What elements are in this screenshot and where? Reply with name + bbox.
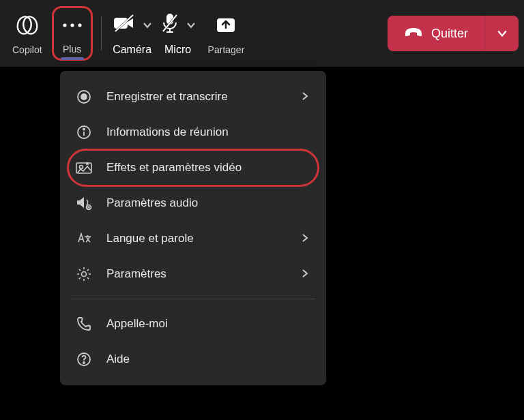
menu-call-me[interactable]: Appelle-moi [60, 306, 326, 342]
menu-call-me-label: Appelle-moi [106, 317, 311, 331]
copilot-label: Copilot [12, 44, 42, 55]
chevron-right-icon [300, 233, 311, 244]
share-button[interactable]: Partager [201, 6, 252, 61]
ellipsis-icon [61, 12, 84, 38]
micro-label: Micro [164, 44, 191, 56]
menu-settings[interactable]: Paramètres [60, 256, 326, 292]
language-icon [75, 230, 93, 247]
chevron-right-icon [300, 269, 311, 280]
svg-point-20 [80, 166, 83, 169]
menu-settings-label: Paramètres [106, 267, 287, 281]
leave-button[interactable]: Quitter [388, 16, 484, 51]
svg-point-0 [16, 15, 33, 35]
menu-meeting-info-label: Informations de réunion [106, 125, 311, 139]
chevron-right-icon [300, 91, 311, 102]
camera-button[interactable]: Caméra [110, 6, 155, 61]
more-label: Plus [63, 44, 81, 55]
svg-point-17 [83, 128, 85, 130]
video-effects-icon [75, 159, 93, 177]
menu-record-label: Enregistrer et transcrire [106, 90, 287, 104]
menu-audio-settings-label: Paramètres audio [106, 196, 311, 210]
copilot-button[interactable]: Copilot [5, 6, 49, 61]
svg-point-22 [82, 272, 87, 277]
menu-meeting-info[interactable]: Informations de réunion [60, 115, 326, 150]
micro-button[interactable]: Micro [158, 6, 199, 61]
chevron-down-icon [497, 28, 508, 39]
active-indicator [61, 57, 84, 60]
phone-icon [75, 315, 93, 333]
speaker-icon [75, 194, 93, 212]
svg-point-1 [22, 15, 39, 35]
more-dropdown-menu: Enregistrer et transcrire Informations d… [60, 71, 326, 385]
leave-label: Quitter [431, 27, 468, 41]
copilot-icon [16, 12, 39, 39]
menu-language-label: Langue et parole [106, 232, 287, 245]
menu-video-effects-label: Effets et paramètres vidéo [106, 161, 311, 175]
chevron-down-icon[interactable] [143, 20, 152, 30]
menu-audio-settings[interactable]: Paramètres audio [60, 185, 326, 221]
menu-help-label: Aide [106, 352, 311, 366]
camera-off-icon [113, 14, 136, 35]
help-icon [75, 350, 93, 368]
svg-point-4 [78, 23, 81, 27]
meeting-toolbar: Copilot Plus [0, 0, 524, 67]
svg-point-24 [83, 362, 85, 363]
leave-more-button[interactable] [484, 16, 519, 51]
share-icon [214, 12, 237, 39]
leave-button-group: Quitter [388, 16, 519, 51]
gear-icon [75, 265, 93, 283]
svg-point-15 [81, 94, 87, 100]
menu-divider [71, 299, 315, 299]
camera-label: Caméra [113, 44, 151, 56]
svg-point-2 [63, 23, 66, 27]
menu-record[interactable]: Enregistrer et transcrire [60, 79, 326, 115]
menu-help[interactable]: Aide [60, 342, 326, 377]
menu-video-effects[interactable]: Effets et paramètres vidéo [60, 150, 326, 185]
menu-language[interactable]: Langue et parole [60, 221, 326, 256]
info-icon [75, 123, 93, 141]
hangup-icon [404, 27, 423, 41]
more-button[interactable]: Plus [52, 6, 93, 61]
chevron-down-icon[interactable] [186, 20, 196, 30]
record-icon [75, 88, 93, 106]
share-label: Partager [208, 44, 245, 55]
svg-point-3 [70, 23, 74, 27]
mic-off-icon [160, 13, 179, 36]
toolbar-divider [101, 16, 102, 50]
